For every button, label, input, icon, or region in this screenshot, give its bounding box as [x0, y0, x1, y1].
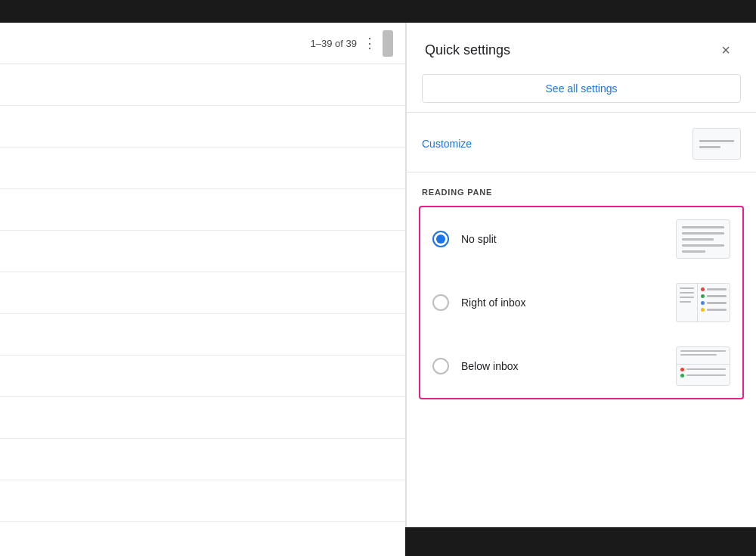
radio-right-of-inbox[interactable]	[432, 294, 449, 311]
option-label-below-inbox: Below inbox	[461, 360, 676, 372]
dot-orange	[701, 308, 705, 312]
top-bar	[0, 0, 756, 23]
below-dot-line	[686, 374, 726, 376]
panel-title: Quick settings	[425, 42, 510, 58]
right-split-left	[677, 284, 698, 321]
dot-row	[701, 287, 727, 291]
reading-pane-options-container: No split Right of inbox	[419, 206, 744, 399]
panel-divider-2	[407, 172, 756, 172]
below-dot-green	[680, 374, 684, 377]
panel-divider	[407, 112, 756, 113]
thumb-line	[682, 238, 714, 241]
email-row[interactable]	[0, 106, 405, 148]
dot-line	[707, 288, 727, 290]
below-dot-row	[680, 374, 726, 377]
email-row[interactable]	[0, 439, 405, 480]
customize-link[interactable]: Customize	[422, 138, 472, 150]
email-row[interactable]	[0, 231, 405, 272]
thumb-line	[682, 250, 705, 253]
radio-below-inbox[interactable]	[432, 358, 449, 374]
email-row[interactable]	[0, 356, 405, 397]
no-split-preview-thumb	[676, 219, 730, 259]
below-split-bottom	[677, 365, 730, 386]
right-of-inbox-preview-thumb	[676, 283, 730, 322]
below-inbox-preview-thumb	[676, 346, 730, 386]
split-line	[680, 297, 694, 298]
pagination-row: 1–39 of 39 ⋮	[0, 23, 405, 64]
below-dot-red	[680, 368, 684, 371]
radio-inner-no-split	[436, 235, 445, 244]
see-all-settings-button[interactable]: See all settings	[422, 74, 741, 103]
dot-line	[707, 295, 727, 297]
dot-red	[701, 287, 705, 291]
reading-pane-option-right-of-inbox[interactable]: Right of inbox	[420, 271, 742, 334]
customize-row: Customize	[407, 122, 756, 172]
email-list	[0, 64, 405, 556]
email-row[interactable]	[0, 397, 405, 439]
dot-line	[707, 309, 727, 311]
dot-blue	[701, 301, 705, 305]
pagination-text: 1–39 of 39	[311, 38, 357, 49]
below-line	[680, 350, 726, 352]
more-options-icon[interactable]: ⋮	[363, 35, 376, 51]
thumb-line	[682, 244, 724, 247]
scrollbar[interactable]	[383, 30, 393, 57]
option-label-no-split: No split	[461, 233, 676, 245]
email-row[interactable]	[0, 522, 405, 556]
email-row[interactable]	[0, 480, 405, 522]
quick-settings-panel: Quick settings × See all settings Custom…	[406, 23, 756, 527]
email-row[interactable]	[0, 148, 405, 189]
below-dot-line	[686, 368, 726, 370]
radio-no-split[interactable]	[432, 231, 449, 247]
right-split-thumb-content	[677, 284, 730, 321]
email-row[interactable]	[0, 189, 405, 231]
thumb-line	[682, 232, 724, 235]
reading-pane-option-below-inbox[interactable]: Below inbox	[420, 334, 742, 398]
no-split-thumb-content	[677, 220, 730, 258]
email-list-area: 1–39 of 39 ⋮	[0, 23, 406, 527]
dot-line	[707, 302, 727, 304]
below-line	[680, 354, 717, 356]
density-line-2	[699, 146, 720, 148]
panel-header: Quick settings ×	[407, 23, 756, 74]
email-row[interactable]	[0, 272, 405, 314]
reading-pane-option-no-split[interactable]: No split	[420, 207, 742, 271]
dot-row	[701, 308, 727, 312]
email-row[interactable]	[0, 314, 405, 356]
split-line	[680, 292, 694, 294]
email-row[interactable]	[0, 64, 405, 106]
thumb-line	[682, 226, 724, 228]
dot-row	[701, 294, 727, 298]
close-button[interactable]: ×	[714, 38, 738, 62]
below-split-thumb-content	[677, 347, 730, 385]
density-line-1	[699, 140, 734, 142]
split-line	[680, 301, 691, 303]
reading-pane-section-label: READING PANE	[407, 182, 756, 206]
dot-row	[701, 301, 727, 305]
density-preview-icon	[692, 128, 741, 160]
below-split-top	[677, 347, 730, 365]
below-dot-row	[680, 368, 726, 371]
option-label-right-of-inbox: Right of inbox	[461, 297, 676, 309]
right-split-right	[698, 284, 730, 321]
dot-green	[701, 294, 705, 298]
split-line	[680, 287, 694, 289]
